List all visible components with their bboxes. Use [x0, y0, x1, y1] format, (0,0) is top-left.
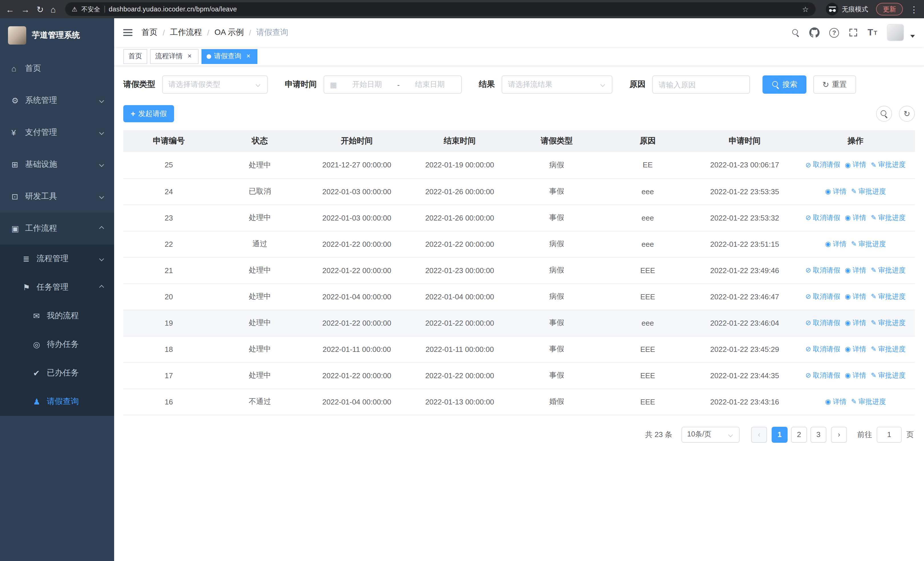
kebab-menu-icon[interactable]: ⋮ — [910, 5, 918, 14]
breadcrumb-item[interactable]: 首页 — [141, 27, 158, 38]
detail-link[interactable]: ◉详情 — [844, 318, 866, 328]
sidebar-item-todo-tasks[interactable]: ◎待办任务 — [0, 330, 114, 359]
goto-label: 前往 — [857, 429, 872, 439]
breadcrumb-item[interactable]: OA 示例 — [214, 27, 244, 38]
tab-process-detail[interactable]: 流程详情× — [150, 49, 199, 64]
op-label: 取消请假 — [813, 292, 840, 301]
fullscreen-button[interactable] — [849, 28, 858, 37]
cancel-leave-link[interactable]: ⊘取消请假 — [805, 344, 840, 354]
approval-progress-link[interactable]: ✎审批进度 — [871, 292, 906, 301]
result-select[interactable]: 请选择流结果 — [502, 75, 612, 94]
detail-link[interactable]: ◉详情 — [825, 397, 846, 406]
breadcrumb-separator: / — [207, 28, 210, 37]
table-cell: 处理中 — [214, 336, 305, 362]
forward-icon[interactable]: → — [21, 5, 30, 14]
reload-icon[interactable]: ↻ — [36, 5, 44, 14]
detail-link[interactable]: ◉详情 — [844, 370, 866, 380]
approval-progress-link[interactable]: ✎审批进度 — [851, 186, 886, 196]
table-cell: 通过 — [214, 231, 305, 257]
calendar-icon: ▦ — [330, 80, 337, 89]
sidebar-item-process-mgmt[interactable]: ≣流程管理 — [0, 245, 114, 273]
sidebar-item-workflow[interactable]: ▣工作流程 — [0, 212, 114, 245]
table-cell: EEE — [602, 336, 693, 362]
breadcrumb-item[interactable]: 工作流程 — [170, 27, 202, 38]
table-cell: EEE — [602, 283, 693, 310]
back-icon[interactable]: ← — [6, 5, 14, 14]
refresh-table-button[interactable]: ↻ — [899, 106, 915, 122]
edit-icon: ✎ — [871, 372, 876, 379]
cancel-leave-link[interactable]: ⊘取消请假 — [805, 292, 840, 301]
avatar-caret-icon[interactable] — [910, 35, 915, 38]
close-icon[interactable]: × — [186, 52, 194, 60]
sidebar-item-payment[interactable]: ¥支付管理 — [0, 117, 114, 149]
page-size-select[interactable]: 10条/页 — [681, 426, 740, 442]
detail-link[interactable]: ◉详情 — [844, 160, 866, 170]
sidebar-item-home[interactable]: ⌂首页 — [0, 53, 114, 84]
sidebar-item-infrastructure[interactable]: ⊞基础设施 — [0, 149, 114, 180]
check-icon: ✔ — [33, 368, 47, 378]
close-icon[interactable]: × — [244, 52, 252, 60]
delete-icon: ⊘ — [805, 162, 811, 168]
home-icon[interactable]: ⌂ — [51, 5, 56, 14]
reason-input[interactable] — [652, 75, 750, 94]
tab-home[interactable]: 首页 — [123, 49, 147, 64]
approval-progress-link[interactable]: ✎审批进度 — [851, 239, 886, 249]
cancel-leave-link[interactable]: ⊘取消请假 — [805, 370, 840, 380]
address-bar[interactable]: ⚠ 不安全 dashboard.yudao.iocoder.cn/bpm/oa/… — [65, 2, 816, 16]
approval-progress-link[interactable]: ✎审批进度 — [871, 370, 906, 380]
delete-icon: ⊘ — [805, 372, 811, 379]
github-button[interactable] — [809, 27, 819, 38]
goto-page-input[interactable] — [877, 426, 902, 442]
column-header: 开始时间 — [305, 130, 408, 152]
sidebar-item-system[interactable]: ⚙系统管理 — [0, 84, 114, 117]
sidebar-item-my-process[interactable]: ✉我的流程 — [0, 302, 114, 330]
page-content: 请假类型 请选择请假类型 申请时间 ▦ 开始日期 - 结束日期 结果 请选择流结 — [114, 66, 924, 561]
sidebar-item-done-tasks[interactable]: ✔已办任务 — [0, 359, 114, 387]
detail-link[interactable]: ◉详情 — [844, 265, 866, 275]
cancel-leave-link[interactable]: ⊘取消请假 — [805, 265, 840, 275]
bookmark-star-icon[interactable]: ☆ — [802, 5, 809, 14]
sidebar-item-devtools[interactable]: ⊡研发工具 — [0, 180, 114, 212]
cancel-leave-link[interactable]: ⊘取消请假 — [805, 160, 840, 170]
sidebar-item-task-mgmt[interactable]: ⚑任务管理 — [0, 273, 114, 302]
search-submit-button[interactable]: 搜索 — [762, 75, 806, 94]
user-avatar[interactable] — [887, 24, 904, 41]
toggle-search-button[interactable] — [876, 106, 892, 122]
page-button-1[interactable]: 1 — [772, 426, 788, 442]
approval-progress-link[interactable]: ✎审批进度 — [851, 397, 886, 406]
font-size-button[interactable]: TT — [867, 27, 877, 38]
row-actions: ◉详情✎审批进度 — [796, 178, 915, 205]
prev-page-button[interactable]: ‹ — [751, 426, 767, 442]
update-button[interactable]: 更新 — [876, 3, 903, 15]
approval-progress-link[interactable]: ✎审批进度 — [871, 344, 906, 354]
help-button[interactable]: ? — [829, 28, 839, 38]
divider — [104, 6, 105, 12]
approval-progress-link[interactable]: ✎审批进度 — [871, 213, 906, 223]
cancel-leave-link[interactable]: ⊘取消请假 — [805, 213, 840, 223]
detail-link[interactable]: ◉详情 — [825, 239, 846, 249]
approval-progress-link[interactable]: ✎审批进度 — [871, 160, 906, 170]
reset-button[interactable]: ↻重置 — [813, 75, 856, 94]
cancel-leave-link[interactable]: ⊘取消请假 — [805, 318, 840, 328]
sidebar-item-leave-query[interactable]: ♟请假查询 — [0, 387, 114, 416]
next-page-button[interactable]: › — [831, 426, 847, 442]
collapse-sidebar-button[interactable] — [123, 29, 132, 36]
detail-link[interactable]: ◉详情 — [844, 344, 866, 354]
detail-link[interactable]: ◉详情 — [825, 186, 846, 196]
apply-time-range-picker[interactable]: ▦ 开始日期 - 结束日期 — [324, 75, 462, 94]
leave-type-select[interactable]: 请选择请假类型 — [162, 75, 268, 94]
approval-progress-link[interactable]: ✎审批进度 — [871, 265, 906, 275]
detail-link[interactable]: ◉详情 — [844, 292, 866, 301]
top-navbar: 首页/工作流程/OA 示例/请假查询 ? TT — [114, 18, 924, 47]
table-cell: 处理中 — [214, 205, 305, 231]
result-placeholder: 请选择流结果 — [508, 80, 552, 90]
page-button-3[interactable]: 3 — [810, 426, 826, 442]
detail-link[interactable]: ◉详情 — [844, 213, 866, 223]
chevron-down-icon — [99, 130, 104, 135]
table-cell: 22 — [123, 231, 214, 257]
approval-progress-link[interactable]: ✎审批进度 — [871, 318, 906, 328]
create-leave-button[interactable]: +发起请假 — [123, 105, 174, 122]
search-button[interactable] — [792, 29, 800, 36]
page-button-2[interactable]: 2 — [791, 426, 807, 442]
tab-leave-query[interactable]: 请假查询× — [201, 49, 257, 64]
